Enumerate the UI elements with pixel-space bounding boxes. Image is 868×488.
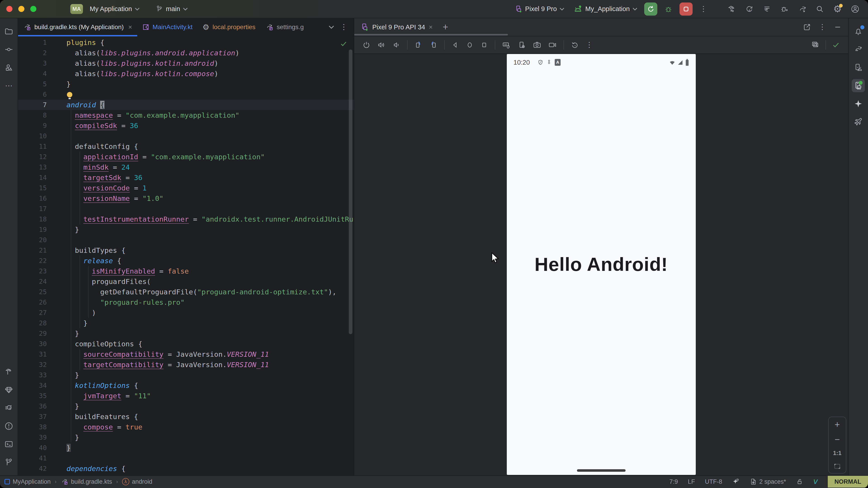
emulator-screen[interactable]: 10:20 A Hello Android!	[507, 54, 696, 475]
code-line-19[interactable]: 19 }	[18, 224, 354, 235]
close-device-tab-icon[interactable]: ×	[429, 23, 433, 31]
open-in-new-window-icon[interactable]	[803, 23, 811, 31]
gemini-icon[interactable]	[852, 97, 865, 110]
code-line-22[interactable]: 22 release {	[18, 256, 354, 266]
running-devices-icon[interactable]	[852, 79, 865, 92]
fit-to-window-icon[interactable]	[833, 462, 841, 470]
terminal-icon[interactable]	[2, 437, 16, 451]
code-editor[interactable]: 1plugins {2 alias(libs.plugins.android.a…	[18, 36, 354, 475]
gradle-icon[interactable]	[852, 43, 865, 56]
gesture-navigation-bar[interactable]	[577, 469, 625, 472]
zoom-window-button[interactable]	[30, 6, 36, 12]
code-line-39[interactable]: 39 }	[18, 432, 354, 443]
line-separator-widget[interactable]: LF	[688, 478, 695, 485]
code-line-33[interactable]: 33 }	[18, 370, 354, 380]
settings-gear-icon[interactable]: ⚙	[831, 2, 844, 15]
code-line-38[interactable]: 38 compose = true	[18, 422, 354, 432]
project-widget[interactable]: MA My Application	[70, 4, 140, 14]
code-line-8[interactable]: 8 namespace = "com.example.myapplication…	[18, 110, 354, 121]
rotate-right-icon[interactable]	[429, 41, 437, 49]
code-line-6[interactable]: 6	[18, 89, 354, 100]
code-line-3[interactable]: 3 alias(libs.plugins.kotlin.android)	[18, 58, 354, 68]
code-line-31[interactable]: 31 sourceCompatibility = JavaVersion.VER…	[18, 349, 354, 359]
tab-local-properties[interactable]: ⚙ local.properties	[197, 18, 260, 36]
code-line-43[interactable]: 43	[18, 474, 354, 475]
gradle-sync-icon[interactable]	[796, 2, 809, 15]
code-line-37[interactable]: 37 buildFeatures {	[18, 412, 354, 422]
minimize-window-button[interactable]	[18, 6, 24, 12]
ideavim-icon[interactable]: V	[813, 478, 818, 486]
code-line-34[interactable]: 34 kotlinOptions {	[18, 380, 354, 391]
screenshot-icon[interactable]	[533, 41, 541, 49]
sync-project-icon[interactable]: A	[743, 2, 756, 15]
code-line-17[interactable]: 17	[18, 203, 354, 214]
more-actions-kebab-icon[interactable]: ⋯	[697, 2, 710, 15]
rerun-app-button[interactable]	[644, 2, 657, 15]
code-line-16[interactable]: 16 versionName = "1.0"	[18, 193, 354, 203]
profile-avatar-icon[interactable]	[848, 2, 862, 15]
commit-icon[interactable]	[2, 43, 16, 56]
resource-manager-icon[interactable]	[2, 61, 16, 74]
layout-inspector-icon[interactable]	[811, 41, 819, 49]
code-line-29[interactable]: 29 }	[18, 328, 354, 339]
code-line-7[interactable]: 7android {	[18, 100, 354, 110]
overview-icon[interactable]	[480, 41, 488, 49]
tab-mainactivity-kt[interactable]: MainActivity.kt	[137, 18, 197, 36]
caret-position-widget[interactable]: 7:9	[669, 478, 678, 485]
zoom-out-button[interactable]: −	[835, 435, 840, 444]
code-line-28[interactable]: 28 }	[18, 318, 354, 328]
code-line-14[interactable]: 14 targetSdk = 36	[18, 172, 354, 183]
code-line-20[interactable]: 20	[18, 235, 354, 245]
profiler-icon[interactable]	[2, 401, 16, 415]
hide-panel-icon[interactable]	[834, 24, 841, 31]
reset-icon[interactable]	[571, 41, 579, 49]
code-line-21[interactable]: 21 buildTypes {	[18, 245, 354, 256]
zoom-ratio-button[interactable]: 1:1	[833, 450, 842, 457]
app-quality-insights-icon[interactable]	[2, 383, 16, 396]
device-selector[interactable]: Pixel 9 Pro	[514, 5, 564, 13]
volume-down-icon[interactable]	[392, 41, 400, 49]
device-tab-pixel-9-pro[interactable]: Pixel 9 Pro API 34 ×	[354, 18, 438, 36]
device-settings-icon[interactable]	[518, 41, 526, 49]
code-line-11[interactable]: 11 defaultConfig {	[18, 141, 354, 152]
zoom-in-button[interactable]: +	[835, 420, 840, 429]
volume-up-icon[interactable]	[377, 41, 385, 49]
emulator-display-area[interactable]: 10:20 A Hello Android!	[354, 54, 848, 475]
power-icon[interactable]	[362, 41, 370, 49]
code-line-1[interactable]: 1plugins {	[18, 37, 354, 48]
tab-settings-gradle[interactable]: settings.g	[260, 18, 309, 36]
code-line-27[interactable]: 27 )	[18, 307, 354, 318]
attach-debugger-icon[interactable]	[778, 2, 791, 15]
add-device-tab-icon[interactable]: +	[438, 22, 452, 33]
toolbar-kebab-icon[interactable]: ⋯	[586, 41, 593, 49]
code-line-18[interactable]: 18 testInstrumentationRunner = "androidx…	[18, 214, 354, 224]
code-line-32[interactable]: 32 targetCompatibility = JavaVersion.VER…	[18, 359, 354, 370]
debug-app-button[interactable]	[662, 2, 675, 15]
panel-tab-scrollbar[interactable]	[354, 34, 508, 35]
code-line-24[interactable]: 24 proguardFiles(	[18, 276, 354, 287]
breadcrumb-file[interactable]: build.gradle.kts	[61, 478, 112, 486]
problems-icon[interactable]	[2, 420, 16, 433]
code-line-2[interactable]: 2 alias(libs.plugins.android.application…	[18, 48, 354, 58]
code-line-15[interactable]: 15 versionCode = 1	[18, 183, 354, 193]
code-line-10[interactable]: 10	[18, 131, 354, 141]
build-hammer-icon[interactable]	[2, 365, 16, 379]
code-line-26[interactable]: 26 "proguard-rules.pro"	[18, 297, 354, 307]
build-icon[interactable]	[725, 2, 738, 15]
screen-record-icon[interactable]	[548, 41, 557, 49]
more-tools-icon[interactable]: ⋯	[2, 79, 16, 92]
code-line-42[interactable]: 42dependencies {	[18, 463, 354, 474]
vim-mode-badge[interactable]: NORMAL	[828, 476, 868, 488]
panel-options-kebab-icon[interactable]: ⋯	[819, 23, 827, 31]
tab-build-gradle-kts[interactable]: build.gradle.kts (My Application) ×	[18, 18, 137, 36]
code-line-35[interactable]: 35 jvmTarget = "11"	[18, 391, 354, 401]
close-window-button[interactable]	[6, 6, 12, 12]
code-line-12[interactable]: 12 applicationId = "com.example.myapplic…	[18, 152, 354, 162]
inspection-ok-check-icon[interactable]	[340, 40, 347, 49]
project-folder-icon[interactable]	[2, 25, 16, 38]
code-line-9[interactable]: 9 compileSdk = 36	[18, 121, 354, 131]
code-line-41[interactable]: 41	[18, 453, 354, 463]
hardware-input-icon[interactable]	[502, 41, 510, 49]
intention-bulb-icon[interactable]	[67, 92, 72, 97]
build-variants-icon[interactable]	[761, 2, 774, 15]
